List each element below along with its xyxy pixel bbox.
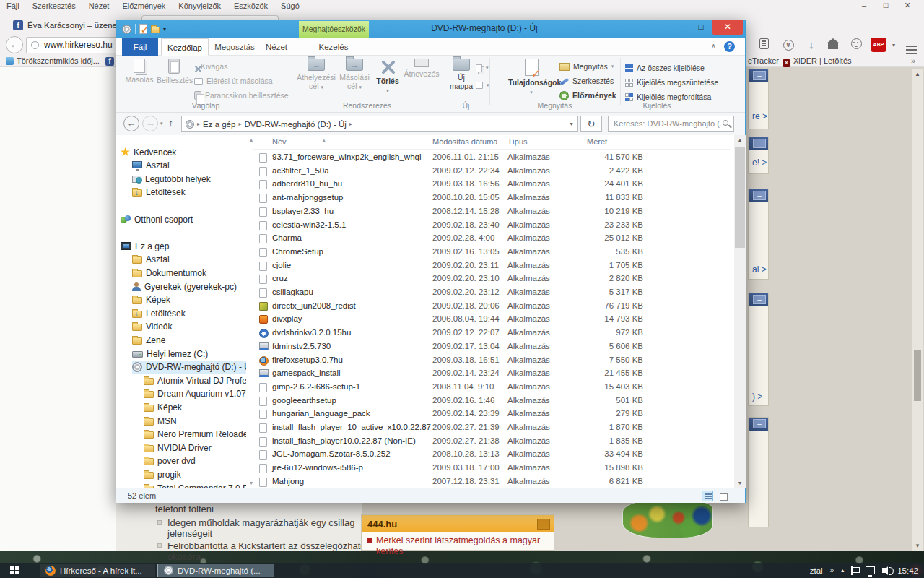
edit-button[interactable]: Szerkesztés bbox=[559, 74, 614, 87]
open-button[interactable]: Megnyitás▾ bbox=[559, 60, 614, 73]
cut-button[interactable]: Kivágás bbox=[194, 60, 227, 73]
tab-nezet[interactable]: Nézet bbox=[259, 38, 294, 56]
panel-minimize-button[interactable]: – bbox=[753, 419, 766, 428]
sidebar-item[interactable]: Képek bbox=[144, 400, 246, 414]
back-button[interactable]: ← bbox=[6, 36, 23, 53]
file-row[interactable]: Charma2009.02.28. 4:00Alkalmazás25 012 K… bbox=[253, 232, 730, 246]
pocket-icon[interactable]: ∨ bbox=[781, 38, 796, 51]
sidebar-item[interactable]: Gyerekek (gyerekek-pc) bbox=[132, 280, 246, 293]
home-icon[interactable] bbox=[826, 38, 840, 51]
file-row[interactable]: dvdshrinkv3.2.0.15hu2009.02.12. 22:07Alk… bbox=[253, 327, 730, 340]
file-list-scrollbar[interactable]: ▴ ▾ bbox=[734, 135, 746, 488]
file-row[interactable]: fdminstv2.5.7302009.02.17. 13:04Alkalmaz… bbox=[253, 340, 730, 354]
tab-fajl[interactable]: Fájl bbox=[122, 38, 158, 56]
nav-history-chevron-icon[interactable]: ▾ bbox=[160, 121, 163, 126]
nav-back-button[interactable]: ← bbox=[123, 116, 139, 131]
downloads-icon[interactable]: ↓ bbox=[804, 38, 819, 51]
sidebar-item[interactable]: MSN bbox=[144, 414, 246, 428]
breadcrumb[interactable]: ▸ Ez a gép ▸ DVD-RW-meghajtó (D:) - Új ▸ bbox=[181, 116, 565, 132]
history-button[interactable]: Előzmények bbox=[559, 89, 616, 102]
panel-minimize-button[interactable]: – bbox=[753, 71, 766, 80]
file-row[interactable]: cjolie2009.02.20. 23:11Alkalmazás1 705 K… bbox=[253, 259, 730, 273]
file-row[interactable]: ant-mahjonggsetup2008.10.28. 15:05Alkalm… bbox=[253, 191, 730, 205]
column-header-date[interactable]: Módosítás dátuma bbox=[432, 137, 498, 146]
nav-up-button[interactable]: ↑ bbox=[168, 117, 173, 129]
file-row[interactable]: Mahjong2007.12.18. 23:31Alkalmazás6 821 … bbox=[253, 475, 730, 488]
menu-1[interactable]: Szerkesztés bbox=[26, 0, 82, 12]
panel-minimize-button[interactable]: – bbox=[753, 295, 766, 304]
sidebar-item[interactable]: Helyi lemez (C:) bbox=[132, 347, 246, 361]
menu-2[interactable]: Nézet bbox=[82, 0, 116, 12]
select-none-button[interactable]: Kijelölés megszüntetése bbox=[625, 76, 718, 89]
sidebar-item[interactable]: Asztal bbox=[132, 159, 246, 173]
news-item[interactable]: telefont tölteni bbox=[155, 504, 361, 514]
file-row[interactable]: celestia-win32-1.5.12009.02.18. 23:40Alk… bbox=[253, 219, 730, 233]
delete-button[interactable]: Törlés▾ bbox=[373, 57, 402, 100]
sidebar-item[interactable]: Letöltések bbox=[132, 186, 246, 199]
sidebar-item[interactable]: progik bbox=[144, 467, 246, 481]
bookmark-etracker[interactable]: eTracker bbox=[748, 56, 779, 65]
sidebar-item[interactable]: Ez a gép bbox=[121, 239, 245, 253]
sidebar-item[interactable]: Nero Premium Reloaded bbox=[144, 428, 246, 441]
panel-more-link[interactable]: re > bbox=[752, 111, 767, 121]
breadcrumb-root[interactable]: Ez a gép bbox=[203, 120, 235, 129]
details-view-button[interactable] bbox=[702, 491, 713, 501]
column-header-type[interactable]: Típus bbox=[507, 137, 528, 146]
select-all-button[interactable]: Az összes kijelölése bbox=[625, 61, 705, 74]
browser-minimize-button[interactable]: – bbox=[856, 1, 872, 9]
scroll-up-arrow[interactable]: ▴ bbox=[734, 137, 746, 143]
panel-minimize-button[interactable]: – bbox=[537, 519, 550, 530]
file-row[interactable]: jre-6u12-windows-i586-p2009.03.18. 17:00… bbox=[253, 462, 730, 475]
start-button[interactable] bbox=[10, 566, 19, 574]
easy-access-button[interactable]: ▾ bbox=[476, 79, 489, 92]
volume-icon[interactable] bbox=[882, 568, 886, 573]
copy-button[interactable]: Másolás bbox=[123, 57, 155, 100]
menu-5[interactable]: Eszközök bbox=[227, 0, 274, 12]
browser-maximize-button[interactable]: □ bbox=[878, 1, 894, 9]
sidebar-item[interactable]: Zene bbox=[132, 333, 246, 347]
file-row[interactable]: install_flash_player10.0.22.87 (Non-IE)2… bbox=[253, 435, 730, 449]
menu-4[interactable]: Könyvjelzők bbox=[172, 0, 227, 12]
qat-properties-icon[interactable] bbox=[139, 24, 147, 34]
sidebar-item[interactable]: Dokumentumok bbox=[132, 266, 246, 280]
adblock-plus-icon[interactable]: ABP bbox=[871, 38, 886, 52]
tab-megosztas[interactable]: Megosztás bbox=[212, 38, 258, 56]
file-row[interactable]: 93.71_forceware_winxp2k_english_whql2006… bbox=[253, 151, 730, 165]
file-row[interactable]: install_flash_player_10_active_x10.0.22.… bbox=[253, 421, 730, 435]
file-row[interactable]: csillagkapu2009.02.20. 23:12Alkalmazás5 … bbox=[253, 286, 730, 300]
copy-path-button[interactable]: Elérési út másolása bbox=[194, 74, 273, 87]
sidebar-item[interactable]: Total Commander 7.0 P bbox=[144, 481, 246, 488]
paste-button[interactable]: Beillesztés bbox=[157, 57, 191, 100]
sidebar-item[interactable]: Otthoni csoport bbox=[121, 212, 245, 226]
file-row[interactable]: googleearthsetup2009.02.16. 1:46Alkalmaz… bbox=[253, 394, 730, 408]
column-header-size[interactable]: Méret bbox=[587, 137, 607, 146]
properties-button[interactable]: Tulajdonságok▾ bbox=[508, 57, 554, 100]
network-icon[interactable] bbox=[866, 566, 875, 574]
news-item[interactable]: Felrobbantotta a Kickstartert az összele… bbox=[167, 540, 373, 562]
tab-kezeles[interactable]: Kezelés bbox=[314, 38, 353, 56]
file-row[interactable]: bsplayer2.33_hu2008.12.14. 15:28Alkalmaz… bbox=[253, 205, 730, 219]
feedback-smiley-icon[interactable] bbox=[849, 38, 863, 51]
panel-more-link[interactable]: e! > bbox=[752, 158, 767, 168]
maximize-button[interactable]: □ bbox=[692, 20, 710, 35]
bookmark-facebook[interactable]: f bbox=[105, 56, 114, 66]
taskbar-button-explorer[interactable]: DVD-RW-meghajtó (... bbox=[157, 564, 274, 577]
paste-shortcut-button[interactable]: Parancsikon beillesztése bbox=[194, 89, 289, 102]
file-row[interactable]: firefoxsetup3.0.7hu2009.03.18. 16:51Alka… bbox=[253, 354, 730, 368]
close-button[interactable]: ✕ bbox=[712, 20, 743, 35]
copy-to-button[interactable]: → Másolásicél ▾ bbox=[337, 57, 372, 100]
refresh-button[interactable]: ↻ bbox=[580, 116, 602, 132]
taskbar-button-firefox[interactable]: Hírkereső - A hírek it... bbox=[40, 564, 155, 577]
bookmarks-panel-icon[interactable] bbox=[757, 38, 771, 51]
panel-minimize-button[interactable]: – bbox=[753, 139, 766, 148]
file-row[interactable]: hungarian_language_pack2009.02.14. 23:39… bbox=[253, 407, 730, 421]
move-to-button[interactable]: ← Áthelyezésicél ▾ bbox=[297, 57, 336, 100]
nav-forward-button[interactable]: → bbox=[142, 116, 158, 131]
file-row[interactable]: ac3filter_1_50a2009.02.12. 22:34Alkalmaz… bbox=[253, 165, 730, 178]
weather-map[interactable] bbox=[622, 501, 713, 538]
action-center-flag-icon[interactable] bbox=[851, 566, 858, 575]
sidebar-item[interactable]: Dream Aquarium v1.070 bbox=[144, 387, 246, 401]
file-row[interactable]: adberdr810_hu_hu2009.03.18. 16:56Alkalma… bbox=[253, 178, 730, 191]
page-scrollbar[interactable]: ▴ ▾ bbox=[912, 69, 923, 551]
sidebar-item[interactable]: pover dvd bbox=[144, 454, 246, 468]
